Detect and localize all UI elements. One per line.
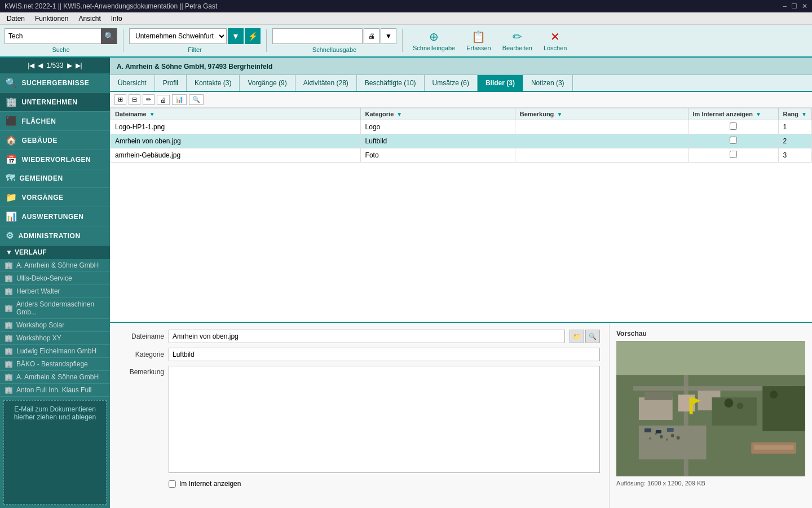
tab-kontakte[interactable]: Kontakte (3)	[187, 75, 240, 91]
print-options-button[interactable]: ▼	[381, 28, 396, 44]
detail-area: Dateiname 📁 🔍 Kategorie Bemerkung	[110, 322, 812, 508]
sidebar-item-wiedervorlagen[interactable]: 📅 WIEDERVORLAGEN	[0, 150, 110, 169]
dateiname-input[interactable]	[169, 330, 565, 343]
col-rang[interactable]: Rang ▼	[778, 108, 811, 120]
cell-kategorie-0: Logo	[360, 120, 515, 134]
tab-notizen[interactable]: Notizen (3)	[523, 75, 573, 91]
bearbeiten-action[interactable]: ✏ Bearbeiten	[498, 28, 537, 54]
hist-label-5: Workshhop XY	[16, 334, 61, 342]
history-item-7[interactable]: 🏢 BÄKO - Bestandspflege	[0, 358, 110, 371]
schnellausgabe-label: Schnellausgabe	[312, 46, 356, 53]
table-btn-4[interactable]: 🖨	[157, 95, 170, 105]
table-btn-1[interactable]: ⊞	[114, 94, 126, 105]
bemerkung-textarea[interactable]	[169, 366, 600, 473]
erfassen-action[interactable]: 📋 Erfassen	[462, 28, 495, 54]
record-header: A. Amrhein & Söhne GmbH, 97493 Bergrhein…	[110, 58, 812, 75]
loeschen-label: Löschen	[544, 45, 567, 51]
toolbar: 🔍 Suche Unternehmen Schweinfurt ▼ ⚡ Filt…	[0, 25, 812, 58]
hist-label-2: Herbert Walter	[16, 287, 60, 295]
table-row[interactable]: Amrhein von oben.jpg Luftbild 2	[111, 134, 812, 148]
internet-check-1[interactable]	[730, 137, 737, 144]
history-item-0[interactable]: 🏢 A. Amrhein & Söhne GmbH	[0, 259, 110, 272]
table-btn-2[interactable]: ⊟	[129, 94, 140, 105]
tabs-bar: Übersicht Profil Kontakte (3) Vorgänge (…	[110, 75, 812, 92]
nav-prev[interactable]: ◀	[38, 62, 43, 69]
tab-vorgaenge[interactable]: Vorgänge (9)	[240, 75, 295, 91]
tab-aktivitaeten[interactable]: Aktivitäten (28)	[295, 75, 357, 91]
menu-funktionen[interactable]: Funktionen	[30, 14, 73, 24]
tab-bilder[interactable]: Bilder (3)	[478, 75, 523, 91]
nav-next[interactable]: ▶	[67, 62, 72, 69]
preview-area: Vorschau	[609, 323, 812, 508]
table-btn-5[interactable]: 📊	[172, 94, 187, 105]
schnellausgabe-input[interactable]	[272, 28, 363, 44]
sidebar-item-gemeinden[interactable]: 🗺 GEMEINDEN	[0, 169, 110, 188]
col-bemerkung[interactable]: Bemerkung ▼	[515, 108, 688, 120]
calendar-icon: 📅	[6, 154, 17, 165]
hist-icon-1: 🏢	[5, 274, 13, 282]
hist-label-3: Anders Sondermaschinen Gmb...	[16, 300, 105, 316]
internet-checkbox[interactable]	[169, 480, 176, 488]
history-item-3[interactable]: 🏢 Anders Sondermaschinen Gmb...	[0, 298, 110, 319]
internet-check-2[interactable]	[730, 151, 737, 158]
close-button[interactable]: ✕	[802, 2, 807, 10]
cell-dateiname-1: Amrhein von oben.jpg	[111, 134, 361, 148]
cell-bemerkung-2	[515, 148, 688, 163]
history-item-9[interactable]: 🏢 Anton Full Inh. Klaus Full	[0, 384, 110, 397]
tab-beschaeftigte[interactable]: Beschäftigte (10)	[357, 75, 425, 91]
divider-3	[402, 29, 403, 52]
kategorie-input[interactable]	[169, 348, 600, 361]
svg-rect-18	[690, 397, 693, 414]
dateiname-browse-btn[interactable]: 📁	[570, 330, 584, 343]
dateiname-view-btn[interactable]: 🔍	[585, 330, 600, 343]
sidebar-item-flaechen[interactable]: ⬛ FLÄCHEN	[0, 112, 110, 131]
schnelleingabe-action[interactable]: ⊕ Schnelleingabe	[408, 28, 460, 54]
col-internet[interactable]: Im Internet anzeigen ▼	[688, 108, 778, 120]
menu-ansicht[interactable]: Ansicht	[74, 14, 105, 24]
sidebar-item-auswertungen[interactable]: 📊 AUSWERTUNGEN	[0, 207, 110, 226]
sidebar-item-suchergebnisse[interactable]: 🔍 SUCHERGEBNISSE	[0, 73, 110, 93]
tab-uebersicht[interactable]: Übersicht	[110, 75, 155, 91]
sidebar-item-administration[interactable]: ⚙ ADMINISTRATION	[0, 226, 110, 246]
history-item-4[interactable]: 🏢 Workshop Solar	[0, 319, 110, 332]
svg-point-11	[671, 434, 674, 437]
history-item-5[interactable]: 🏢 Workshhop XY	[0, 332, 110, 345]
sidebar-label-unternehmen: UNTERNEHMEN	[22, 98, 78, 106]
col-kategorie[interactable]: Kategorie ▼	[360, 108, 515, 120]
menu-info[interactable]: Info	[107, 14, 127, 24]
bemerkung-row: Bemerkung	[119, 366, 600, 473]
history-item-2[interactable]: 🏢 Herbert Walter	[0, 285, 110, 298]
search-input[interactable]	[5, 32, 101, 40]
tab-umsaetze[interactable]: Umsätze (6)	[425, 75, 478, 91]
search-button[interactable]: 🔍	[101, 28, 117, 44]
history-item-1[interactable]: 🏢 Ullis-Deko-Service	[0, 272, 110, 285]
nav-first[interactable]: |◀	[28, 62, 34, 69]
internet-label: Im Internet anzeigen	[179, 480, 241, 488]
sidebar-item-unternehmen[interactable]: 🏢 UNTERNEHMEN	[0, 93, 110, 112]
minimize-button[interactable]: –	[783, 2, 787, 10]
filter-button[interactable]: ▼	[228, 28, 244, 44]
sidebar-item-vorgaenge[interactable]: 📁 VORGÄNGE	[0, 188, 110, 207]
search-group: 🔍	[5, 28, 117, 44]
history-item-6[interactable]: 🏢 Ludwig Eichelmann GmbH	[0, 345, 110, 358]
gebaeude-icon: 🏠	[6, 135, 17, 146]
sidebar-item-gebaeude[interactable]: 🏠 GEBÄUDE	[0, 131, 110, 150]
nav-last[interactable]: ▶|	[76, 62, 82, 69]
sidebar: |◀ ◀ 1/533 ▶ ▶| 🔍 SUCHERGEBNISSE 🏢 UNTER…	[0, 58, 110, 508]
filter-options-button[interactable]: ⚡	[245, 28, 261, 44]
internet-check-0[interactable]	[730, 122, 737, 130]
table-btn-6[interactable]: 🔍	[189, 94, 204, 105]
filter-select[interactable]: Unternehmen Schweinfurt	[129, 28, 227, 44]
history-item-8[interactable]: 🏢 A. Amrhein & Söhne GmbH	[0, 371, 110, 384]
print-button[interactable]: 🖨	[364, 28, 379, 44]
divider-2	[266, 29, 267, 52]
menu-daten[interactable]: Daten	[2, 14, 29, 24]
maximize-button[interactable]: ☐	[791, 2, 797, 10]
collapse-icon[interactable]: ▼	[6, 248, 12, 256]
col-dateiname[interactable]: Dateiname ▼	[111, 108, 361, 120]
table-row[interactable]: amrhein-Gebäude.jpg Foto 3	[111, 148, 812, 163]
tab-profil[interactable]: Profil	[155, 75, 187, 91]
table-row[interactable]: Logo-HP1-1.png Logo 1	[111, 120, 812, 134]
loeschen-action[interactable]: ✕ Löschen	[539, 28, 572, 54]
table-btn-3[interactable]: ✏	[143, 94, 155, 105]
